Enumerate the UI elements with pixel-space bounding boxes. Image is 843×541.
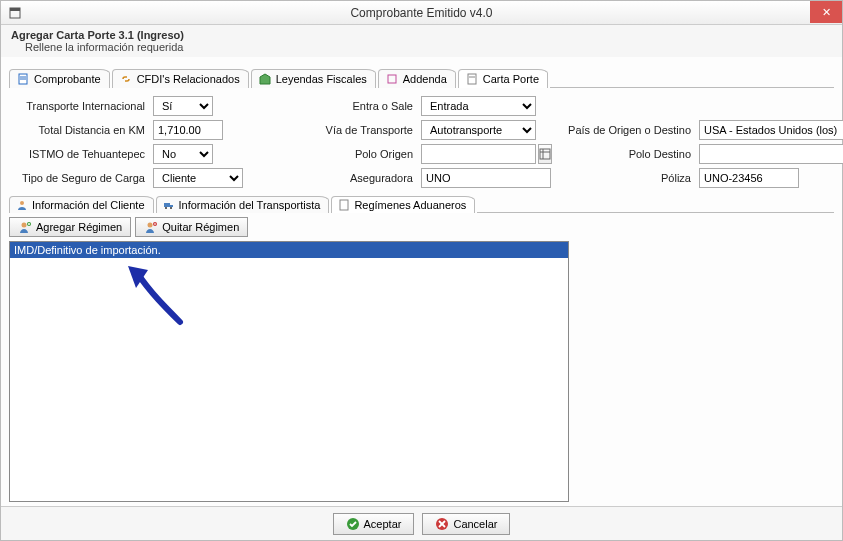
label-total-distancia: Total Distancia en KM (9, 124, 149, 136)
subtab-label: Información del Cliente (32, 199, 145, 211)
svg-point-17 (20, 201, 24, 205)
button-label: Agregar Régimen (36, 221, 122, 233)
titlebar: Comprobante Emitido v4.0 ✕ (1, 1, 842, 25)
tab-label: Leyendas Fiscales (276, 73, 367, 85)
tab-addenda[interactable]: Addenda (378, 69, 456, 88)
svg-point-21 (170, 207, 172, 209)
svg-rect-6 (468, 74, 476, 84)
label-poliza: Póliza (555, 172, 695, 184)
input-polo-origen[interactable] (421, 144, 536, 164)
select-via-transporte[interactable]: Autotransporte (421, 120, 536, 140)
subtab-regimenes[interactable]: Regímenes Aduaneros (331, 196, 475, 213)
button-label: Quitar Régimen (162, 221, 239, 233)
header-title: Agregar Carta Porte 3.1 (Ingreso) (11, 29, 832, 41)
footer: Aceptar Cancelar (1, 506, 842, 540)
label-polo-origen: Polo Origen (317, 148, 417, 160)
tab-cartaporte[interactable]: Carta Porte (458, 69, 548, 88)
label-transporte-internacional: Transporte Internacional (9, 100, 149, 112)
label-istmo: ISTMO de Tehuantepec (9, 148, 149, 160)
tab-label: Comprobante (34, 73, 101, 85)
svg-point-23 (22, 223, 27, 228)
svg-rect-11 (540, 149, 550, 159)
svg-rect-5 (388, 75, 396, 83)
list-item[interactable]: IMD/Definitivo de importación. (10, 242, 568, 258)
add-user-icon (18, 220, 32, 234)
tab-label: Carta Porte (483, 73, 539, 85)
annotation-arrow-icon (120, 262, 200, 342)
label-polo-destino: Polo Destino (555, 148, 695, 160)
close-icon: ✕ (822, 6, 831, 19)
subtab-label: Regímenes Aduaneros (354, 199, 466, 211)
sub-tabstrip: Información del Cliente Información del … (9, 196, 834, 213)
link-icon (119, 72, 133, 86)
form-grid: Transporte Internacional Sí Entra o Sale… (9, 92, 834, 192)
svg-rect-18 (164, 203, 170, 207)
truck-icon (163, 199, 175, 211)
person-icon (16, 199, 28, 211)
select-tipo-seguro[interactable]: Cliente (153, 168, 243, 188)
label-pais-origen: País de Origen o Destino (555, 124, 695, 136)
lookup-polo-origen-button[interactable] (538, 144, 552, 164)
window-title: Comprobante Emitido v4.0 (1, 6, 842, 20)
regimen-toolbar: Agregar Régimen Quitar Régimen (9, 213, 834, 241)
cancel-icon (435, 517, 449, 531)
svg-rect-19 (170, 205, 173, 207)
label-via-transporte: Vía de Transporte (317, 124, 417, 136)
tag-icon (258, 72, 272, 86)
select-istmo[interactable]: No (153, 144, 213, 164)
input-pais-origen[interactable] (699, 120, 843, 140)
input-poliza[interactable] (699, 168, 799, 188)
tab-comprobante[interactable]: Comprobante (9, 69, 110, 88)
quitar-regimen-button[interactable]: Quitar Régimen (135, 217, 248, 237)
clip-icon (385, 72, 399, 86)
header: Agregar Carta Porte 3.1 (Ingreso) Rellen… (1, 25, 842, 57)
check-icon (346, 517, 360, 531)
document-icon (338, 199, 350, 211)
aceptar-button[interactable]: Aceptar (333, 513, 415, 535)
tab-label: Addenda (403, 73, 447, 85)
button-label: Cancelar (453, 518, 497, 530)
tab-label: CFDI's Relacionados (137, 73, 240, 85)
subtab-transportista[interactable]: Información del Transportista (156, 196, 330, 213)
label-aseguradora: Aseguradora (317, 172, 417, 184)
lookup-icon (539, 148, 551, 160)
input-polo-destino[interactable] (699, 144, 843, 164)
cancelar-button[interactable]: Cancelar (422, 513, 510, 535)
subtab-cliente[interactable]: Información del Cliente (9, 196, 154, 213)
svg-point-20 (165, 207, 167, 209)
document-icon (16, 72, 30, 86)
remove-user-icon (144, 220, 158, 234)
header-subtitle: Rellene la información requerida (25, 41, 832, 53)
close-button[interactable]: ✕ (810, 1, 842, 23)
document-icon (465, 72, 479, 86)
label-entra-o-sale: Entra o Sale (317, 100, 417, 112)
subtab-label: Información del Transportista (179, 199, 321, 211)
svg-rect-22 (340, 200, 348, 210)
main-tabstrip: Comprobante CFDI's Relacionados Leyendas… (9, 69, 834, 88)
input-aseguradora[interactable] (421, 168, 551, 188)
tab-leyendas[interactable]: Leyendas Fiscales (251, 69, 376, 88)
select-entra-o-sale[interactable]: Entrada (421, 96, 536, 116)
select-transporte-internacional[interactable]: Sí (153, 96, 213, 116)
button-label: Aceptar (364, 518, 402, 530)
regimenes-list[interactable]: IMD/Definitivo de importación. (9, 241, 569, 502)
agregar-regimen-button[interactable]: Agregar Régimen (9, 217, 131, 237)
tab-cfdis[interactable]: CFDI's Relacionados (112, 69, 249, 88)
label-tipo-seguro: Tipo de Seguro de Carga (9, 172, 149, 184)
input-total-distancia[interactable] (153, 120, 223, 140)
svg-point-27 (148, 223, 153, 228)
